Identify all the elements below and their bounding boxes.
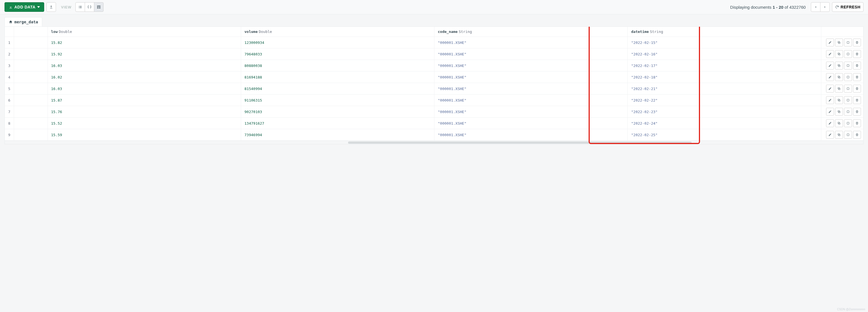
table-row[interactable]: 516.0381540994"000001.XSHE""2022-02-21"	[5, 83, 863, 95]
view-json-button[interactable]	[85, 2, 94, 12]
clone-button[interactable]	[844, 85, 852, 93]
cell-low[interactable]: 15.59	[48, 129, 241, 141]
copy-button[interactable]	[835, 96, 843, 104]
edit-button[interactable]	[826, 50, 834, 58]
expand-cell[interactable]	[14, 129, 48, 141]
column-header-code-name[interactable]: code_nameString	[434, 27, 628, 37]
copy-button[interactable]	[835, 50, 843, 58]
expand-cell[interactable]	[14, 95, 48, 106]
delete-button[interactable]	[853, 119, 861, 127]
cell-low[interactable]: 16.02	[48, 71, 241, 83]
delete-button[interactable]	[853, 108, 861, 116]
cell-low[interactable]: 15.52	[48, 118, 241, 129]
cell-datetime[interactable]: "2022-02-23"	[628, 106, 821, 118]
table-row[interactable]: 316.0380880038"000001.XSHE""2022-02-17"	[5, 60, 863, 71]
cell-low[interactable]: 16.03	[48, 60, 241, 71]
prev-page-button[interactable]	[811, 2, 820, 12]
cell-low[interactable]: 15.87	[48, 95, 241, 106]
next-page-button[interactable]	[820, 2, 830, 12]
cell-code-name[interactable]: "000001.XSHE"	[434, 129, 628, 141]
table-row[interactable]: 815.52134791627"000001.XSHE""2022-02-24"	[5, 118, 863, 129]
clone-button[interactable]	[844, 73, 852, 81]
column-header-volume[interactable]: volumeDouble	[241, 27, 434, 37]
cell-datetime[interactable]: "2022-02-22"	[628, 95, 821, 106]
clone-button[interactable]	[844, 119, 852, 127]
table-row[interactable]: 915.5973946994"000001.XSHE""2022-02-25"	[5, 129, 863, 141]
delete-button[interactable]	[853, 85, 861, 93]
cell-datetime[interactable]: "2022-02-24"	[628, 118, 821, 129]
edit-button[interactable]	[826, 85, 834, 93]
cell-low[interactable]: 16.03	[48, 83, 241, 95]
cell-volume[interactable]: 81540994	[241, 83, 434, 95]
edit-button[interactable]	[826, 96, 834, 104]
expand-cell[interactable]	[14, 83, 48, 95]
clone-button[interactable]	[844, 62, 852, 69]
table-row[interactable]: 115.82123000934"000001.XSHE""2022-02-15"	[5, 37, 863, 49]
cell-volume[interactable]: 79648033	[241, 49, 434, 60]
edit-button[interactable]	[826, 62, 834, 69]
delete-button[interactable]	[853, 62, 861, 69]
cell-datetime[interactable]: "2022-02-17"	[628, 60, 821, 71]
clone-button[interactable]	[844, 38, 852, 46]
expand-cell[interactable]	[14, 106, 48, 118]
edit-button[interactable]	[826, 73, 834, 81]
expand-cell[interactable]	[14, 37, 48, 49]
cell-datetime[interactable]: "2022-02-21"	[628, 83, 821, 95]
delete-button[interactable]	[853, 96, 861, 104]
cell-code-name[interactable]: "000001.XSHE"	[434, 60, 628, 71]
delete-button[interactable]	[853, 50, 861, 58]
edit-button[interactable]	[826, 131, 834, 139]
table-row[interactable]: 215.9279648033"000001.XSHE""2022-02-16"	[5, 49, 863, 60]
copy-button[interactable]	[835, 108, 843, 116]
cell-datetime[interactable]: "2022-02-16"	[628, 49, 821, 60]
cell-code-name[interactable]: "000001.XSHE"	[434, 118, 628, 129]
cell-datetime[interactable]: "2022-02-15"	[628, 37, 821, 49]
copy-button[interactable]	[835, 38, 843, 46]
table-row[interactable]: 615.8791106315"000001.XSHE""2022-02-22"	[5, 95, 863, 106]
copy-button[interactable]	[835, 62, 843, 69]
column-header-datetime[interactable]: datetimeString	[628, 27, 821, 37]
copy-button[interactable]	[835, 119, 843, 127]
edit-button[interactable]	[826, 38, 834, 46]
import-button[interactable]	[46, 2, 56, 12]
cell-code-name[interactable]: "000001.XSHE"	[434, 49, 628, 60]
clone-button[interactable]	[844, 108, 852, 116]
horizontal-scrollbar[interactable]	[5, 141, 863, 144]
table-row[interactable]: 416.0281694188"000001.XSHE""2022-02-18"	[5, 71, 863, 83]
edit-button[interactable]	[826, 108, 834, 116]
cell-low[interactable]: 15.82	[48, 37, 241, 49]
cell-low[interactable]: 15.76	[48, 106, 241, 118]
cell-volume[interactable]: 73946994	[241, 129, 434, 141]
cell-code-name[interactable]: "000001.XSHE"	[434, 106, 628, 118]
expand-cell[interactable]	[14, 118, 48, 129]
cell-code-name[interactable]: "000001.XSHE"	[434, 83, 628, 95]
cell-code-name[interactable]: "000001.XSHE"	[434, 71, 628, 83]
cell-volume[interactable]: 90270103	[241, 106, 434, 118]
copy-button[interactable]	[835, 131, 843, 139]
copy-button[interactable]	[835, 85, 843, 93]
cell-datetime[interactable]: "2022-02-25"	[628, 129, 821, 141]
cell-volume[interactable]: 134791627	[241, 118, 434, 129]
column-header-low[interactable]: lowDouble	[48, 27, 241, 37]
collection-tab[interactable]: merge_data	[4, 17, 42, 26]
table-row[interactable]: 715.7690270103"000001.XSHE""2022-02-23"	[5, 106, 863, 118]
edit-button[interactable]	[826, 119, 834, 127]
view-list-button[interactable]	[75, 2, 85, 12]
refresh-button[interactable]: REFRESH	[832, 2, 864, 12]
clone-button[interactable]	[844, 131, 852, 139]
delete-button[interactable]	[853, 38, 861, 46]
add-data-button[interactable]: ADD DATA	[4, 2, 44, 12]
copy-button[interactable]	[835, 73, 843, 81]
view-table-button[interactable]	[94, 2, 103, 12]
cell-volume[interactable]: 91106315	[241, 95, 434, 106]
cell-low[interactable]: 15.92	[48, 49, 241, 60]
clone-button[interactable]	[844, 96, 852, 104]
clone-button[interactable]	[844, 50, 852, 58]
cell-volume[interactable]: 80880038	[241, 60, 434, 71]
expand-cell[interactable]	[14, 71, 48, 83]
delete-button[interactable]	[853, 73, 861, 81]
cell-code-name[interactable]: "000001.XSHE"	[434, 95, 628, 106]
scrollbar-thumb[interactable]	[348, 142, 691, 144]
expand-cell[interactable]	[14, 60, 48, 71]
expand-cell[interactable]	[14, 49, 48, 60]
